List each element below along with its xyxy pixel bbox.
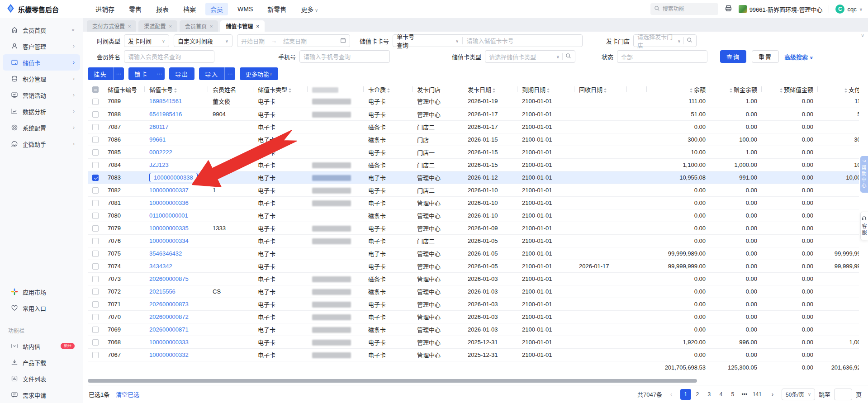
date-range-picker[interactable]: 开始日期 → 结束日期: [237, 34, 350, 47]
row-checkbox[interactable]: [92, 162, 99, 168]
column-header-7[interactable]: 发卡日期: [463, 84, 517, 95]
card-no-link[interactable]: 3434342: [149, 263, 172, 270]
column-header-11[interactable]: 余额: [647, 84, 710, 95]
row-checkbox[interactable]: [92, 111, 99, 118]
row-checkbox[interactable]: [92, 339, 99, 346]
card-no-link[interactable]: 100000000332: [149, 351, 189, 358]
sidebar-item-2[interactable]: 储值卡›: [3, 54, 80, 71]
page-button-1[interactable]: 1: [680, 389, 691, 400]
collapse-sidebar-icon[interactable]: «: [71, 27, 75, 33]
nav-item-3[interactable]: 档案: [178, 3, 201, 15]
column-settings-tab[interactable]: 列: [859, 95, 859, 105]
nav-item-7[interactable]: 更多 ∨: [296, 3, 323, 15]
row-checkbox[interactable]: [92, 289, 99, 295]
card-no-link[interactable]: JZJ123: [149, 161, 169, 168]
sort-icon[interactable]: [493, 88, 495, 93]
card-no-link[interactable]: 99661: [149, 136, 166, 143]
page-button-4[interactable]: 4: [716, 389, 726, 400]
collapse-panel-chevron-icon[interactable]: ∨: [861, 33, 864, 38]
card-no-link[interactable]: 0002222: [149, 149, 172, 156]
sidebar-item-1[interactable]: 客户管理›: [3, 38, 80, 54]
sort-icon[interactable]: [844, 88, 847, 93]
row-checkbox[interactable]: [92, 327, 99, 333]
card-no-link[interactable]: 202600000873: [149, 301, 189, 308]
member-name-field[interactable]: [124, 50, 214, 63]
sidebar-tool-3[interactable]: 需求申请: [3, 387, 80, 403]
card-no-link[interactable]: 100000000335: [149, 225, 189, 232]
prev-page-button[interactable]: ‹: [666, 389, 677, 400]
phone-field[interactable]: [299, 50, 390, 63]
column-header-5[interactable]: 卡介质: [364, 84, 413, 95]
sort-icon[interactable]: [730, 88, 732, 93]
row-checkbox[interactable]: [92, 301, 99, 308]
card-no-link[interactable]: 202600000872: [149, 313, 189, 320]
row-checkbox[interactable]: [92, 149, 99, 156]
tenant-switcher[interactable]: 99661-新界面环境-管理中心: [739, 5, 823, 14]
sidebar-item-7[interactable]: 企微助手›: [3, 136, 80, 152]
sidebar-item-4[interactable]: 营销活动›: [3, 87, 80, 103]
close-tab-icon[interactable]: ×: [210, 24, 213, 29]
card-no-link[interactable]: 100000000334: [149, 237, 189, 244]
tab-3[interactable]: 储值卡管理×: [220, 20, 264, 32]
column-header-8[interactable]: 到期日期: [517, 84, 574, 95]
row-checkbox[interactable]: [92, 225, 99, 232]
row-checkbox[interactable]: [92, 213, 99, 219]
card-no-link[interactable]: 100000000333: [149, 339, 189, 346]
sidebar-item-5[interactable]: 数据分析›: [3, 103, 80, 119]
advanced-search-link[interactable]: 高级搜索 ∨: [784, 52, 813, 61]
row-checkbox[interactable]: [92, 137, 99, 143]
column-header-14[interactable]: 支付累计: [818, 84, 859, 95]
row-checkbox[interactable]: [92, 124, 99, 130]
sort-icon[interactable]: [289, 88, 291, 93]
row-checkbox[interactable]: [92, 314, 99, 320]
row-checkbox[interactable]: [92, 263, 99, 270]
card-no-link[interactable]: 3546346432: [149, 250, 182, 257]
row-checkbox[interactable]: [92, 352, 99, 358]
card-no-link[interactable]: 6541985416: [149, 111, 182, 118]
nav-item-5[interactable]: WMS: [232, 4, 258, 14]
card-no-link[interactable]: 100000000337: [149, 187, 189, 194]
toolbar-button-label[interactable]: 导入: [199, 67, 224, 80]
store-select[interactable]: 请选择发卡门店 ∨: [633, 34, 697, 47]
next-page-button[interactable]: ›: [767, 389, 778, 400]
member-name-input[interactable]: [128, 53, 210, 60]
sort-icon[interactable]: [387, 88, 390, 93]
nav-item-6[interactable]: 新零售: [262, 3, 291, 15]
sidebar-tool-0[interactable]: 站内信99+: [3, 338, 80, 354]
card-no-link[interactable]: 202600000871: [149, 326, 189, 333]
close-tab-icon[interactable]: ×: [169, 24, 171, 29]
period-select[interactable]: 自定义时间段∨: [174, 34, 232, 47]
sidebar-item-0[interactable]: 会员首页«: [3, 22, 80, 38]
card-no-link[interactable]: 011000000001: [149, 212, 188, 219]
nav-item-1[interactable]: 零售: [124, 3, 147, 15]
toolbar-button-label[interactable]: 锁卡: [128, 67, 154, 80]
close-tab-icon[interactable]: ×: [128, 24, 131, 29]
sidebar-secondary-1[interactable]: 常用入口: [3, 300, 80, 316]
toolbar-more-icon[interactable]: ···: [224, 67, 235, 80]
jump-page-input[interactable]: [834, 389, 852, 400]
card-no-link[interactable]: 202600000875: [149, 275, 189, 282]
card-no-link[interactable]: 100000000338: [154, 174, 193, 181]
page-button-3[interactable]: 3: [704, 389, 715, 400]
toolbar-button-label[interactable]: 挂失: [88, 67, 113, 80]
row-checkbox[interactable]: [92, 276, 99, 282]
toolbar-button-label[interactable]: 导出: [169, 67, 194, 80]
column-header-9[interactable]: 回收日期: [574, 84, 627, 95]
card-no-link[interactable]: 260117: [149, 123, 168, 130]
horizontal-scrollbar-thumb[interactable]: [88, 379, 697, 383]
search-icon[interactable]: [565, 53, 571, 60]
status-select[interactable]: 全部: [617, 50, 707, 63]
page-button-141[interactable]: 141: [751, 389, 764, 400]
global-search-input[interactable]: [663, 6, 708, 12]
column-header-13[interactable]: 预储值金额: [762, 84, 818, 95]
user-menu[interactable]: C cqc ∨: [835, 5, 863, 14]
column-header-3[interactable]: 储值卡类型: [253, 84, 308, 95]
sort-icon[interactable]: [690, 88, 693, 93]
card-no-link[interactable]: 1698541561: [149, 98, 182, 104]
card-no-link[interactable]: 20215556: [149, 288, 175, 295]
column-header-12[interactable]: 赠金余额: [710, 84, 762, 95]
sidebar-item-6[interactable]: 系统配置›: [3, 119, 80, 136]
row-checkbox[interactable]: [92, 251, 99, 257]
search-icon[interactable]: [687, 37, 693, 44]
sidebar-tool-2[interactable]: 文件列表: [3, 370, 80, 387]
